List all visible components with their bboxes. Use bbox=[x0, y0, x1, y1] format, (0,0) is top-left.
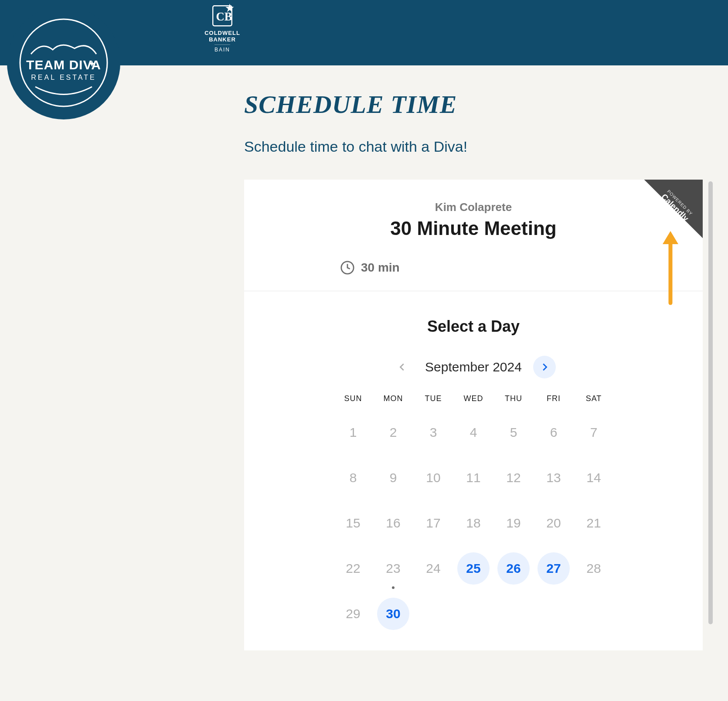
svg-text:REAL ESTATE: REAL ESTATE bbox=[31, 74, 96, 81]
cb-line3: BAIN bbox=[214, 44, 230, 53]
calendar-day-unavailable: 4 bbox=[457, 416, 490, 449]
calendar-day-unavailable: 9 bbox=[377, 462, 409, 494]
day-of-week-header: THU bbox=[505, 394, 522, 403]
calendar-day-available[interactable]: 30 bbox=[377, 598, 409, 630]
month-label: September 2024 bbox=[425, 360, 522, 374]
meeting-title: 30 Minute Meeting bbox=[270, 218, 677, 239]
select-day-title: Select a Day bbox=[270, 317, 677, 336]
calendar-day-unavailable: 29 bbox=[337, 598, 369, 630]
calendar-day-unavailable: 23 bbox=[377, 552, 409, 585]
calendar-day-unavailable: 8 bbox=[337, 462, 369, 494]
cb-line2: BANKER bbox=[201, 36, 244, 43]
annotation-arrow bbox=[657, 231, 684, 307]
calendar-day-unavailable: 10 bbox=[417, 462, 449, 494]
calendly-brand-label: Calendly bbox=[650, 183, 700, 233]
calendar-day-unavailable: 19 bbox=[497, 507, 530, 539]
page-subheading: Schedule time to chat with a Diva! bbox=[244, 138, 728, 155]
calendar-day-unavailable: 6 bbox=[537, 416, 570, 449]
calendar-day-unavailable: 15 bbox=[337, 507, 369, 539]
calendar-day-unavailable: 20 bbox=[537, 507, 570, 539]
page-heading: SCHEDULE TIME bbox=[244, 90, 728, 119]
calendar-day-unavailable: 11 bbox=[457, 462, 490, 494]
calendar-day-unavailable: 3 bbox=[417, 416, 449, 449]
cb-line1: COLDWELL bbox=[201, 30, 244, 36]
calendar-day-unavailable: 28 bbox=[578, 552, 610, 585]
calendar-day-unavailable: 17 bbox=[417, 507, 449, 539]
duration-label: 30 min bbox=[361, 261, 400, 275]
svg-text:TEAM DIVA: TEAM DIVA bbox=[26, 58, 101, 72]
team-diva-logo-badge[interactable]: TEAM DIVA REAL ESTATE bbox=[7, 6, 120, 119]
host-name: Kim Colaprete bbox=[270, 201, 677, 214]
calendar-day-unavailable: 21 bbox=[578, 507, 610, 539]
previous-month-button[interactable] bbox=[391, 356, 414, 378]
clock-icon bbox=[340, 260, 355, 275]
calendar-day-available[interactable]: 27 bbox=[537, 552, 570, 585]
day-of-week-header: SAT bbox=[586, 394, 602, 403]
calendly-widget: POWERED BY Calendly Kim Colaprete 30 Min… bbox=[244, 180, 703, 650]
widget-scrollbar[interactable] bbox=[708, 180, 713, 650]
team-diva-logo-icon: TEAM DIVA REAL ESTATE bbox=[18, 17, 109, 109]
next-month-button[interactable] bbox=[533, 356, 556, 378]
calendar-day-unavailable: 22 bbox=[337, 552, 369, 585]
calendar-grid: SUNMONTUEWEDTHUFRISAT1234567891011121314… bbox=[334, 394, 613, 630]
calendar-day-unavailable: 16 bbox=[377, 507, 409, 539]
page-content: SCHEDULE TIME Schedule time to chat with… bbox=[0, 65, 728, 650]
calendar-day-unavailable: 12 bbox=[497, 462, 530, 494]
calendar-day-unavailable: 14 bbox=[578, 462, 610, 494]
day-of-week-header: FRI bbox=[547, 394, 561, 403]
day-of-week-header: WED bbox=[464, 394, 483, 403]
chevron-right-icon bbox=[540, 362, 549, 372]
calendar-section: Select a Day September 2024 SUNMONTU bbox=[244, 291, 703, 647]
calendar-day-unavailable: 13 bbox=[537, 462, 570, 494]
arrow-up-icon bbox=[657, 231, 684, 305]
calendar-day-unavailable: 24 bbox=[417, 552, 449, 585]
month-navigation: September 2024 bbox=[270, 356, 677, 378]
calendar-day-unavailable: 7 bbox=[578, 416, 610, 449]
calendar-day-available[interactable]: 26 bbox=[497, 552, 530, 585]
scrollbar-thumb[interactable] bbox=[708, 181, 713, 624]
duration-row: 30 min bbox=[270, 260, 677, 275]
svg-marker-8 bbox=[663, 231, 678, 244]
cb-mark-icon: CB bbox=[210, 3, 235, 28]
calendar-day-available[interactable]: 25 bbox=[457, 552, 490, 585]
day-of-week-header: TUE bbox=[425, 394, 442, 403]
day-of-week-header: MON bbox=[384, 394, 403, 403]
calendar-day-unavailable: 5 bbox=[497, 416, 530, 449]
calendar-day-unavailable: 1 bbox=[337, 416, 369, 449]
calendly-widget-wrapper: POWERED BY Calendly Kim Colaprete 30 Min… bbox=[244, 180, 713, 650]
calendar-day-unavailable: 18 bbox=[457, 507, 490, 539]
coldwell-banker-logo: CB COLDWELL BANKER BAIN bbox=[201, 3, 244, 53]
chevron-left-icon bbox=[398, 362, 407, 372]
svg-text:CB: CB bbox=[216, 10, 232, 23]
day-of-week-header: SUN bbox=[344, 394, 362, 403]
calendar-day-unavailable: 2 bbox=[377, 416, 409, 449]
